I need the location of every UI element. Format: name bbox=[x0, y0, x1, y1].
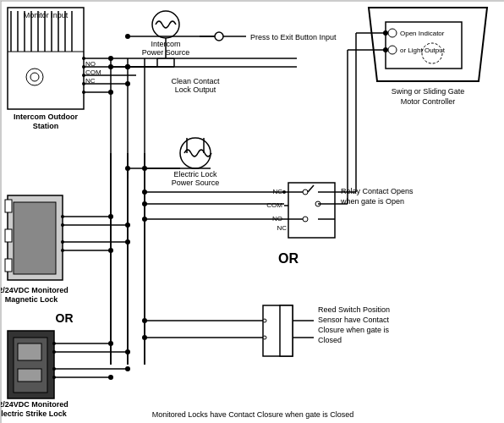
svg-point-160 bbox=[125, 349, 130, 354]
svg-point-175 bbox=[142, 166, 147, 171]
svg-point-84 bbox=[52, 350, 56, 354]
svg-text:12/24VDC Monitored: 12/24VDC Monitored bbox=[1, 286, 68, 294]
svg-text:OR: OR bbox=[56, 311, 74, 325]
svg-point-166 bbox=[142, 318, 147, 323]
svg-point-15 bbox=[30, 73, 39, 81]
svg-text:COM: COM bbox=[266, 201, 282, 209]
svg-rect-79 bbox=[18, 343, 41, 360]
svg-text:Sensor have Contact: Sensor have Contact bbox=[318, 316, 390, 324]
svg-point-71 bbox=[61, 240, 64, 244]
svg-text:Reed Switch Position: Reed Switch Position bbox=[318, 305, 390, 314]
svg-rect-64 bbox=[5, 229, 12, 242]
svg-point-86 bbox=[52, 367, 56, 371]
svg-rect-62 bbox=[14, 202, 56, 274]
svg-point-168 bbox=[142, 335, 147, 340]
svg-point-173 bbox=[125, 166, 130, 171]
svg-text:Magnetic Lock: Magnetic Lock bbox=[5, 295, 59, 304]
svg-text:Electric Strike Lock: Electric Strike Lock bbox=[1, 409, 68, 418]
svg-point-69 bbox=[61, 223, 64, 227]
svg-rect-65 bbox=[5, 259, 12, 272]
svg-point-162 bbox=[125, 366, 130, 371]
svg-point-116 bbox=[263, 336, 266, 339]
svg-point-125 bbox=[388, 29, 397, 37]
svg-point-158 bbox=[108, 341, 113, 346]
svg-text:Relay Contact Opens: Relay Contact Opens bbox=[341, 187, 414, 195]
svg-point-127 bbox=[388, 46, 397, 54]
svg-point-52 bbox=[125, 81, 130, 86]
svg-text:Electric Lock: Electric Lock bbox=[173, 170, 217, 179]
svg-text:Press to Exit Button Input: Press to Exit Button Input bbox=[250, 33, 337, 41]
svg-text:Intercom Outdoor: Intercom Outdoor bbox=[14, 113, 78, 121]
svg-point-181 bbox=[125, 64, 130, 69]
svg-text:NC: NC bbox=[277, 224, 287, 232]
svg-rect-91 bbox=[288, 183, 335, 238]
svg-rect-80 bbox=[18, 369, 41, 382]
svg-text:Motor Controller: Motor Controller bbox=[401, 97, 456, 106]
svg-text:Closure when gate is: Closure when gate is bbox=[318, 326, 390, 334]
svg-rect-63 bbox=[5, 200, 12, 212]
svg-text:Closed: Closed bbox=[318, 336, 342, 344]
svg-text:NO: NO bbox=[85, 60, 96, 68]
svg-text:Monitor Input: Monitor Input bbox=[24, 11, 68, 19]
svg-point-177 bbox=[125, 34, 130, 39]
svg-point-67 bbox=[61, 215, 64, 218]
svg-point-164 bbox=[108, 375, 113, 380]
svg-point-53 bbox=[108, 90, 113, 95]
svg-point-105 bbox=[303, 217, 308, 222]
svg-text:Open Indicator: Open Indicator bbox=[400, 30, 445, 37]
svg-text:Station: Station bbox=[33, 122, 59, 130]
svg-text:12/24VDC Monitored: 12/24VDC Monitored bbox=[1, 400, 68, 409]
svg-text:when gate is Open: when gate is Open bbox=[340, 197, 404, 206]
svg-text:Monitored Locks have Contact C: Monitored Locks have Contact Closure whe… bbox=[152, 410, 354, 419]
svg-point-150 bbox=[108, 214, 113, 219]
svg-point-179 bbox=[108, 64, 113, 69]
svg-point-38 bbox=[215, 32, 223, 41]
svg-point-88 bbox=[52, 376, 56, 379]
svg-text:Lock Output: Lock Output bbox=[175, 85, 216, 94]
svg-point-114 bbox=[263, 319, 266, 322]
svg-point-25 bbox=[82, 91, 85, 94]
svg-text:Power Source: Power Source bbox=[172, 179, 220, 187]
wiring-diagram: Monitor Input NO COM NC Intercom Outdoor… bbox=[0, 0, 504, 423]
svg-rect-112 bbox=[280, 305, 293, 356]
svg-text:Swing or Sliding Gate: Swing or Sliding Gate bbox=[392, 87, 465, 96]
svg-text:Clean Contact: Clean Contact bbox=[171, 77, 220, 85]
svg-point-96 bbox=[303, 190, 308, 195]
svg-point-154 bbox=[125, 239, 130, 244]
svg-point-82 bbox=[52, 342, 56, 345]
svg-text:OR: OR bbox=[278, 251, 299, 266]
svg-point-152 bbox=[125, 222, 130, 228]
svg-text:NC: NC bbox=[85, 77, 96, 85]
svg-point-156 bbox=[108, 248, 113, 253]
svg-point-73 bbox=[61, 249, 64, 252]
